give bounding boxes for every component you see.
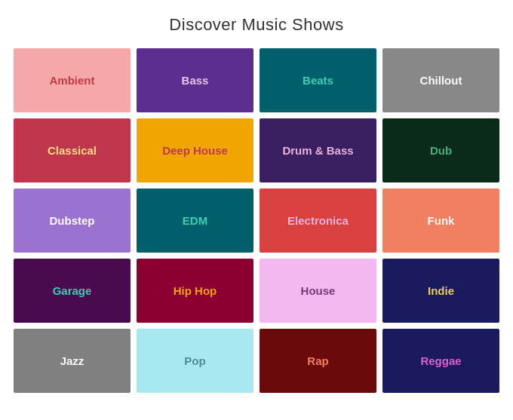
genre-tile-house[interactable]: House	[260, 259, 376, 323]
genre-tile-reggae[interactable]: Reggae	[382, 329, 499, 393]
page-title: Discover Music Shows	[169, 15, 343, 35]
genre-tile-dubstep[interactable]: Dubstep	[14, 189, 131, 253]
genre-tile-dub[interactable]: Dub	[382, 118, 499, 182]
genre-label-ambient: Ambient	[47, 71, 98, 90]
genre-tile-chillout[interactable]: Chillout	[382, 48, 499, 112]
genre-tile-rap[interactable]: Rap	[260, 329, 376, 393]
genre-label-jazz: Jazz	[57, 351, 88, 370]
genre-label-beats: Beats	[300, 71, 336, 90]
genre-label-edm: EDM	[180, 211, 210, 230]
genre-tile-beats[interactable]: Beats	[260, 48, 376, 112]
genre-label-chillout: Chillout	[417, 71, 465, 90]
genre-label-classical: Classical	[45, 141, 100, 160]
genre-label-house: House	[298, 281, 339, 300]
genre-label-indie: Indie	[425, 281, 457, 300]
genre-label-rap: Rap	[304, 351, 331, 370]
genre-tile-garage[interactable]: Garage	[14, 259, 131, 323]
genre-tile-drum-bass[interactable]: Drum & Bass	[260, 118, 376, 182]
genre-tile-hip-hop[interactable]: Hip Hop	[137, 259, 253, 323]
genre-grid: AmbientBassBeatsChilloutClassicalDeep Ho…	[14, 48, 499, 393]
genre-label-bass: Bass	[179, 71, 212, 90]
genre-label-funk: Funk	[425, 211, 458, 230]
genre-label-pop: Pop	[181, 351, 208, 370]
genre-label-electronica: Electronica	[284, 211, 352, 230]
genre-tile-classical[interactable]: Classical	[14, 118, 131, 182]
genre-tile-deep-house[interactable]: Deep House	[137, 118, 253, 182]
genre-tile-jazz[interactable]: Jazz	[14, 329, 131, 393]
genre-label-garage: Garage	[50, 281, 95, 300]
genre-label-reggae: Reggae	[417, 351, 464, 370]
genre-label-hip-hop: Hip Hop	[170, 281, 220, 300]
genre-tile-indie[interactable]: Indie	[382, 259, 499, 323]
genre-label-drum-bass: Drum & Bass	[279, 141, 356, 160]
genre-tile-ambient[interactable]: Ambient	[14, 48, 131, 112]
genre-label-deep-house: Deep House	[159, 141, 231, 160]
genre-tile-bass[interactable]: Bass	[137, 48, 253, 112]
genre-tile-edm[interactable]: EDM	[137, 189, 253, 253]
genre-tile-funk[interactable]: Funk	[382, 189, 499, 253]
genre-label-dub: Dub	[427, 141, 455, 160]
genre-tile-pop[interactable]: Pop	[137, 329, 253, 393]
genre-tile-electronica[interactable]: Electronica	[260, 189, 376, 253]
genre-label-dubstep: Dubstep	[47, 211, 98, 230]
